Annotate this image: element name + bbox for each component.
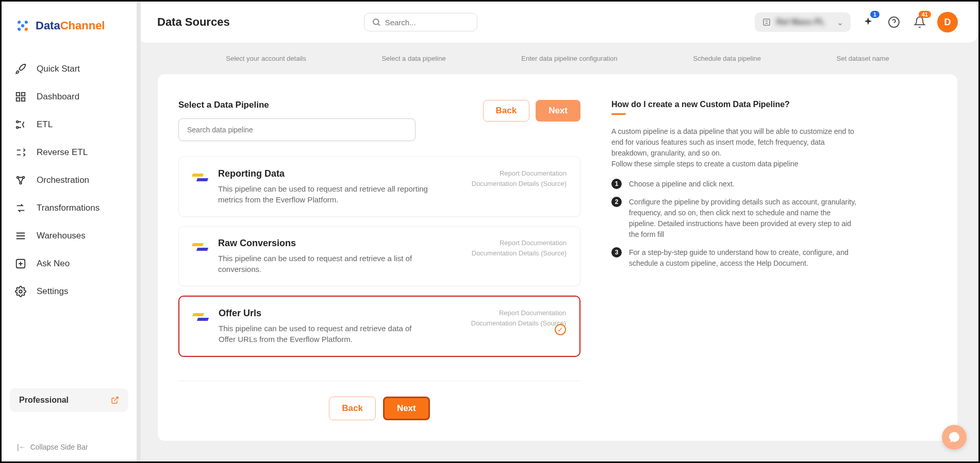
pipeline-card-reporting-data[interactable]: Reporting Data This pipeline can be used… <box>178 157 580 217</box>
sparkle-badge: 1 <box>870 11 879 18</box>
step-label: Set dataset name <box>837 55 889 62</box>
pipeline-desc: This pipeline can be used to request and… <box>218 253 429 275</box>
sidebar: DataChannel Quick Start Dashboard ETL Re… <box>2 2 137 461</box>
svg-point-10 <box>19 290 22 293</box>
sidebar-item-transformations[interactable]: Transformations <box>2 194 137 222</box>
svg-rect-12 <box>763 19 770 25</box>
pipeline-desc: This pipeline can be used to request and… <box>219 323 430 345</box>
etl-icon <box>15 119 26 130</box>
pipeline-search-input[interactable] <box>187 126 407 134</box>
help-button[interactable] <box>886 14 902 30</box>
pipeline-desc: This pipeline can be used to request and… <box>218 183 429 205</box>
report-doc-link[interactable]: Report Documentation <box>472 238 567 248</box>
collapse-label: Collapse Side Bar <box>30 443 88 451</box>
plus-box-icon <box>15 258 26 269</box>
pipeline-card-raw-conversions[interactable]: Raw Conversions This pipeline can be use… <box>178 226 580 286</box>
org-name: Rel Mass PL <box>776 18 825 27</box>
pipeline-title: Offer Urls <box>219 308 461 319</box>
pipeline-icon <box>192 239 208 254</box>
svg-point-7 <box>23 177 25 179</box>
plan-badge[interactable]: Professional <box>10 388 128 412</box>
divider <box>178 381 580 381</box>
page-title: Data Sources <box>157 15 230 29</box>
org-selector[interactable]: Rel Mass PL ⌄ <box>755 12 851 32</box>
collapse-sidebar[interactable]: |← Collapse Side Bar <box>2 438 137 461</box>
help-steps: 1 Choose a pipeline and click next. 2 Co… <box>611 179 859 269</box>
org-icon <box>762 18 771 27</box>
help-step: 2 Configure the pipeline by providing de… <box>611 197 859 240</box>
step-label: Select a data pipeline <box>381 55 445 62</box>
plan-label: Professional <box>19 396 69 405</box>
sidebar-item-reverse-etl[interactable]: Reverse ETL <box>2 139 137 166</box>
chevron-down-icon: ⌄ <box>837 18 843 27</box>
doc-details-link[interactable]: Documentation Details (Source) <box>471 318 566 329</box>
svg-rect-2 <box>22 98 25 101</box>
sidebar-item-warehouses[interactable]: Warehouses <box>2 222 137 250</box>
pipeline-links: Report Documentation Documentation Detai… <box>472 168 567 205</box>
pipeline-search[interactable] <box>178 118 416 141</box>
next-button[interactable]: Next <box>536 100 580 122</box>
sidebar-item-etl[interactable]: ETL <box>2 111 137 139</box>
logo-icon <box>14 17 31 35</box>
pipeline-icon <box>192 169 208 185</box>
report-doc-link[interactable]: Report Documentation <box>471 308 566 318</box>
step-number: 2 <box>611 197 622 207</box>
main: Data Sources Rel Mass PL ⌄ 1 <box>137 2 978 461</box>
step-text: Configure the pipeline by providing deta… <box>629 197 859 240</box>
pipeline-icon <box>193 309 208 324</box>
help-step: 3 For a step-by-step guide to understand… <box>611 247 859 269</box>
help-intro: A custom pipeline is a data pipeline tha… <box>611 126 859 169</box>
back-button[interactable]: Back <box>483 100 530 122</box>
step-text: For a step-by-step guide to understand h… <box>629 247 859 269</box>
global-search-input[interactable] <box>385 18 470 27</box>
sidebar-item-orchestration[interactable]: Orchestration <box>2 166 137 194</box>
svg-rect-0 <box>16 93 20 96</box>
pipeline-title: Raw Conversions <box>218 238 461 249</box>
help-step: 1 Choose a pipeline and click next. <box>611 179 859 190</box>
notifications-badge: 41 <box>919 11 931 18</box>
pipeline-links: Report Documentation Documentation Detai… <box>471 308 566 345</box>
sidebar-item-label: Settings <box>37 286 68 297</box>
step-label: Select your account details <box>226 55 306 62</box>
help-underline <box>611 113 626 115</box>
content-card: Select a Data Pipeline Back Next <box>157 74 958 441</box>
next-button-bottom[interactable]: Next <box>383 397 430 420</box>
sidebar-item-label: Transformations <box>37 203 99 213</box>
gear-icon <box>15 286 26 297</box>
doc-details-link[interactable]: Documentation Details (Source) <box>472 248 567 259</box>
svg-rect-1 <box>22 93 25 96</box>
external-link-icon <box>111 396 119 404</box>
pipeline-title: Reporting Data <box>218 168 461 179</box>
sidebar-item-label: Reverse ETL <box>37 147 88 158</box>
sidebar-item-label: Orchestration <box>37 175 89 185</box>
report-doc-link[interactable]: Report Documentation <box>472 168 567 179</box>
step-label: Schedule data pipeline <box>693 55 761 62</box>
sidebar-item-dashboard[interactable]: Dashboard <box>2 83 137 111</box>
selected-check-icon: ✓ <box>555 324 566 335</box>
chat-fab[interactable] <box>942 425 967 450</box>
sidebar-item-ask-neo[interactable]: Ask Neo <box>2 250 137 278</box>
logo-text: DataChannel <box>36 19 105 32</box>
sidebar-item-settings[interactable]: Settings <box>2 278 137 305</box>
sidebar-item-quickstart[interactable]: Quick Start <box>2 55 137 83</box>
wizard-steps: Select your account details Select a dat… <box>137 43 978 74</box>
svg-point-8 <box>20 182 22 184</box>
doc-details-link[interactable]: Documentation Details (Source) <box>472 179 567 189</box>
svg-point-11 <box>373 19 379 25</box>
rocket-icon <box>15 63 26 75</box>
grid-icon <box>15 91 26 102</box>
sidebar-item-label: Dashboard <box>37 92 79 102</box>
notifications-button[interactable]: 41 <box>911 14 928 30</box>
global-search[interactable] <box>364 13 477 31</box>
reverse-etl-icon <box>15 147 26 158</box>
svg-point-6 <box>17 177 19 179</box>
back-button-bottom[interactable]: Back <box>329 397 376 420</box>
avatar[interactable]: D <box>937 12 958 32</box>
sparkle-button[interactable]: 1 <box>860 14 876 30</box>
step-text: Choose a pipeline and click next. <box>629 179 735 190</box>
step-number: 3 <box>611 247 622 258</box>
pipeline-card-offer-urls[interactable]: Offer Urls This pipeline can be used to … <box>178 296 580 357</box>
logo: DataChannel <box>2 2 137 45</box>
svg-point-5 <box>16 127 19 129</box>
collapse-icon: |← <box>17 443 26 451</box>
